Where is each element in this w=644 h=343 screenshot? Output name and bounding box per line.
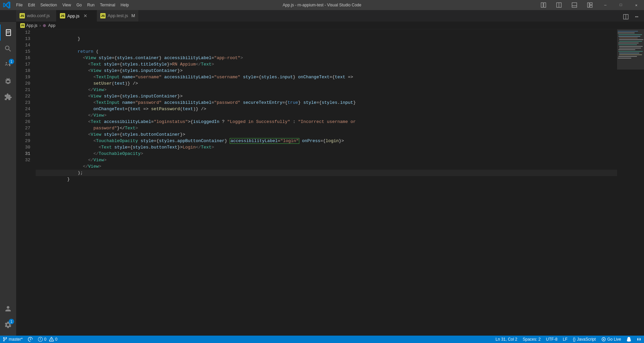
status-language[interactable]: {} JavaScript [570,336,599,343]
close-tab-appjs[interactable]: ✕ [83,13,88,18]
maximize-button[interactable]: □ [613,0,629,10]
editor-body: 1 1 JS App.j [0,22,644,336]
modified-dot: M [131,13,135,18]
code-line-14: return ( [36,42,617,48]
activity-account[interactable] [0,301,16,317]
activity-source-control[interactable]: 1 [0,57,16,73]
layout-icon[interactable] [536,0,551,10]
activity-search[interactable] [0,41,16,57]
svg-rect-23 [618,51,643,52]
code-line-15: <View style={styles.container} accessibi… [36,48,617,55]
line-num-23: 23 [16,99,30,106]
status-branch[interactable]: master* [0,336,25,343]
svg-rect-0 [541,3,543,7]
activity-extensions[interactable] [0,89,16,105]
svg-rect-20 [619,46,643,47]
line-num-16: 16 [16,55,30,61]
svg-rect-18 [618,43,639,43]
svg-rect-4 [572,3,577,7]
activity-explorer[interactable] [0,25,16,41]
code-line-13 [36,36,617,42]
menu-go[interactable]: Go [74,0,84,10]
panel-icon[interactable] [567,0,582,10]
code-area[interactable]: } return ( <View style={styles.container… [33,29,617,336]
editor-content: JS App.js › ⊕ App 12 13 14 15 16 17 18 1… [16,22,644,336]
menu-help[interactable]: Help [118,0,132,10]
window-title: App.js - rn-appium-test - Visual Studio … [283,3,362,7]
svg-rect-21 [619,48,641,48]
activity-settings[interactable]: 1 [0,317,16,333]
menu-selection[interactable]: Selection [38,0,60,10]
menu-file[interactable]: File [13,0,25,10]
status-notification[interactable] [624,336,634,343]
status-spaces[interactable]: Spaces: 2 [520,336,543,343]
line-num-13: 13 [16,36,30,42]
more-actions-button[interactable]: ⋯ [632,12,641,22]
line-ending: LF [563,337,568,342]
code-line-31: } [36,170,617,176]
minimize-button[interactable]: — [598,0,613,10]
menu-bar: File Edit Selection View Go Run Terminal… [13,0,131,10]
status-broadcast[interactable] [634,336,644,343]
status-encoding[interactable]: UTF-8 [543,336,560,343]
line-num-27: 27 [16,125,30,131]
curly-left: {} [573,337,576,342]
menu-view[interactable]: View [60,0,74,10]
status-line-ending[interactable]: LF [560,336,570,343]
svg-rect-17 [619,41,642,42]
vscode-logo [3,1,11,9]
status-position[interactable]: Ln 31, Col 2 [493,336,520,343]
svg-rect-1 [544,3,546,7]
breadcrumb-symbol[interactable]: App [48,23,55,28]
branch-name: master* [9,337,23,342]
line-num-21: 21 [16,87,30,93]
line-num-14: 14 [16,42,30,48]
line-num-28: 28 [16,131,30,138]
tab-label-appjs: App.js [67,13,79,18]
code-line-30: ); [36,163,617,170]
error-count: 0 [44,337,46,342]
status-errors[interactable]: 0 0 [35,336,60,343]
tab-appjs[interactable]: JS App.js ✕ [56,10,97,22]
tab-apptest[interactable]: JS App.test.js M [97,10,139,22]
split-icon[interactable] [551,0,567,10]
svg-rect-14 [618,36,640,37]
indentation: Spaces: 2 [523,337,540,342]
status-go-live[interactable]: Go Live [599,336,624,343]
breadcrumb-sep: › [39,23,41,28]
close-button[interactable]: ✕ [629,0,644,10]
line-num-26: 26 [16,119,30,125]
svg-point-29 [603,339,604,340]
svg-rect-24 [619,53,639,53]
activity-debug[interactable] [0,73,16,89]
svg-rect-15 [619,38,638,38]
line-num-18: 18 [16,68,30,74]
menu-edit[interactable]: Edit [25,0,38,10]
svg-rect-26 [618,56,637,57]
breadcrumb-symbol-icon: ⊕ [43,23,46,28]
tab-actions: ⋯ [621,12,644,22]
split-editor-button[interactable] [621,12,631,22]
line-num-19: 19 [16,74,30,80]
tab-wdio[interactable]: JS wdio.conf.js [16,10,56,22]
breadcrumb-filename[interactable]: App.js [26,23,37,28]
menu-terminal[interactable]: Terminal [97,0,118,10]
editor-scroll[interactable]: 12 13 14 15 16 17 18 19 20 21 22 23 24 2… [16,29,644,336]
code-line-12: } [36,29,617,36]
go-live-label: Go Live [607,337,621,342]
menu-run[interactable]: Run [84,0,97,10]
tab-label-apptest: App.test.js [108,13,128,18]
code-line-23: <Text accessibilityLabel="loginstatus">{… [36,112,617,119]
breadcrumb-file-icon: JS [20,23,25,28]
svg-rect-11 [618,31,638,32]
code-line-20: <View style={styles.inputContainer}> [36,87,617,93]
activity-bar: 1 1 [0,22,16,336]
tab-label-wdio: wdio.conf.js [27,13,50,18]
status-sync[interactable] [25,336,35,343]
line-num-22: 22 [16,93,30,99]
svg-rect-25 [619,54,642,55]
layout-alt-icon[interactable] [582,0,598,10]
line-num-32: 32 [16,157,30,163]
language-name: JavaScript [577,337,596,342]
breadcrumb: JS App.js › ⊕ App [16,22,644,29]
